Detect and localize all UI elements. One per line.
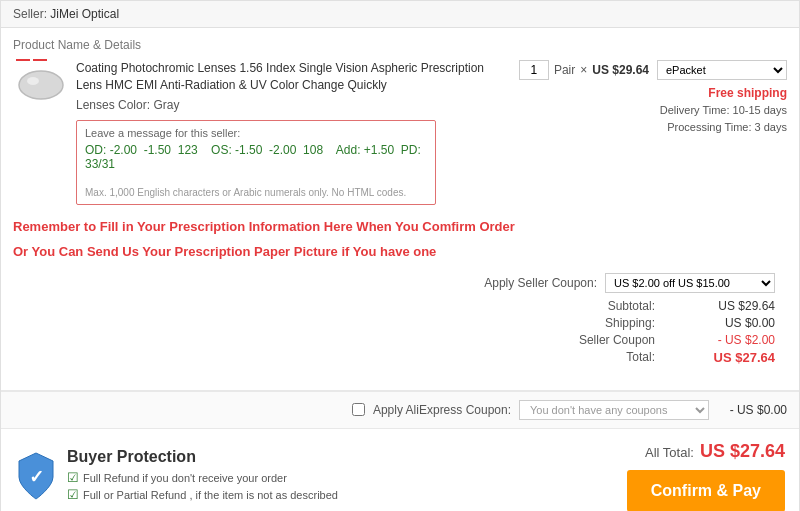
bp-item-2: ☑ Full or Partial Refund , if the item i…	[67, 487, 338, 502]
product-main-row: Coating Photochromic Lenses 1.56 Index S…	[13, 60, 787, 205]
delivery-info: Delivery Time: 10-15 days Processing Tim…	[627, 102, 787, 135]
message-hint: Max. 1,000 English characters or Arabic …	[85, 187, 427, 198]
shipping-method-select[interactable]: ePacket AliExpress Standard	[657, 60, 787, 80]
bp-title: Buyer Protection	[67, 448, 338, 466]
seller-coupon-value: - US $2.00	[695, 333, 775, 347]
aliexpress-coupon-label: Apply AliExpress Coupon:	[373, 403, 511, 417]
color-label: Lenses Color:	[76, 98, 150, 112]
seller-coupon-select[interactable]: US $2.00 off US $15.00	[605, 273, 775, 293]
product-image	[13, 60, 68, 105]
bp-check-icon-2: ☑	[67, 487, 79, 502]
footer-section: ✓ Buyer Protection ☑ Full Refund if you …	[1, 429, 799, 511]
bp-text: Buyer Protection ☑ Full Refund if you do…	[67, 448, 338, 504]
order-summary-section: Apply Seller Coupon: US $2.00 off US $15…	[13, 265, 787, 380]
seller-label: Seller:	[13, 7, 47, 21]
confirm-pay-button[interactable]: Confirm & Pay	[627, 470, 785, 511]
qty-shipping-col: Pair × US $29.64 ePacket AliExpress Stan…	[497, 60, 787, 135]
shipping-label: Shipping:	[575, 316, 655, 330]
total-row: Total: US $27.64	[25, 350, 775, 365]
message-box: Leave a message for this seller: Max. 1,…	[76, 120, 436, 205]
seller-name: JiMei Optical	[50, 7, 119, 21]
svg-point-0	[19, 71, 63, 99]
product-left-col: Coating Photochromic Lenses 1.56 Index S…	[13, 60, 497, 205]
subtotal-value: US $29.64	[695, 299, 775, 313]
shipping-area: Free shipping Delivery Time: 10-15 days …	[627, 86, 787, 135]
color-value: Gray	[153, 98, 179, 112]
shipping-value: US $0.00	[695, 316, 775, 330]
seller-header: Seller: JiMei Optical	[1, 1, 799, 28]
reminder-text-1: Remember to Fill in Your Prescription In…	[13, 219, 787, 234]
coupon-row: Apply Seller Coupon: US $2.00 off US $15…	[25, 273, 775, 293]
multiply: ×	[580, 63, 587, 77]
unit-label: Pair	[554, 63, 575, 77]
aliexpress-coupon-row: Apply AliExpress Coupon: You don't have …	[1, 391, 799, 429]
shield-icon: ✓	[15, 451, 57, 501]
qty-price-row: Pair × US $29.64	[519, 60, 649, 80]
aliexpress-coupon-checkbox[interactable]	[352, 403, 365, 416]
all-total-label: All Total:	[645, 445, 694, 460]
bp-item-1-text: Full Refund if you don't receive your or…	[83, 472, 287, 484]
page-wrapper: Seller: JiMei Optical Product Name & Det…	[0, 0, 800, 511]
coupon-label: Apply Seller Coupon:	[484, 276, 597, 290]
seller-coupon-label: Seller Coupon	[575, 333, 655, 347]
delivery-value: 10-15 days	[733, 104, 787, 116]
quantity-input[interactable]	[519, 60, 549, 80]
product-section: Product Name & Details	[1, 28, 799, 391]
message-label: Leave a message for this seller:	[85, 127, 427, 139]
lens-svg	[16, 63, 66, 103]
product-details: Coating Photochromic Lenses 1.56 Index S…	[76, 60, 497, 205]
buyer-protection: ✓ Buyer Protection ☑ Full Refund if you …	[15, 448, 338, 504]
product-title: Coating Photochromic Lenses 1.56 Index S…	[76, 60, 497, 94]
all-total-row: All Total: US $27.64	[645, 441, 785, 462]
total-value: US $27.64	[695, 350, 775, 365]
free-shipping: Free shipping	[627, 86, 787, 100]
delivery-label: Delivery Time:	[660, 104, 730, 116]
svg-point-1	[27, 77, 39, 85]
product-price: US $29.64	[592, 63, 649, 77]
all-total-amount: US $27.64	[700, 441, 785, 462]
aliexpress-coupon-select[interactable]: You don't have any coupons	[519, 400, 709, 420]
aliexpress-coupon-discount: - US $0.00	[717, 403, 787, 417]
total-label: Total:	[575, 350, 655, 365]
processing-value: 3 days	[755, 121, 787, 133]
processing-label: Processing Time:	[667, 121, 751, 133]
product-color: Lenses Color: Gray	[76, 98, 497, 112]
subtotal-row: Subtotal: US $29.64	[25, 299, 775, 313]
svg-text:✓: ✓	[29, 467, 44, 487]
subtotal-label: Subtotal:	[575, 299, 655, 313]
shipping-row: Shipping: US $0.00	[25, 316, 775, 330]
bp-item-1: ☑ Full Refund if you don't receive your …	[67, 470, 338, 485]
bp-check-icon-1: ☑	[67, 470, 79, 485]
product-name-label: Product Name & Details	[13, 38, 787, 52]
seller-coupon-row: Seller Coupon - US $2.00	[25, 333, 775, 347]
message-textarea[interactable]	[85, 143, 427, 181]
total-confirm-area: All Total: US $27.64 Confirm & Pay	[627, 441, 785, 511]
reminder-text-2: Or You Can Send Us Your Prescription Pap…	[13, 244, 787, 259]
bp-item-2-text: Full or Partial Refund , if the item is …	[83, 489, 338, 501]
summary-rows: Subtotal: US $29.64 Shipping: US $0.00 S…	[25, 299, 775, 365]
